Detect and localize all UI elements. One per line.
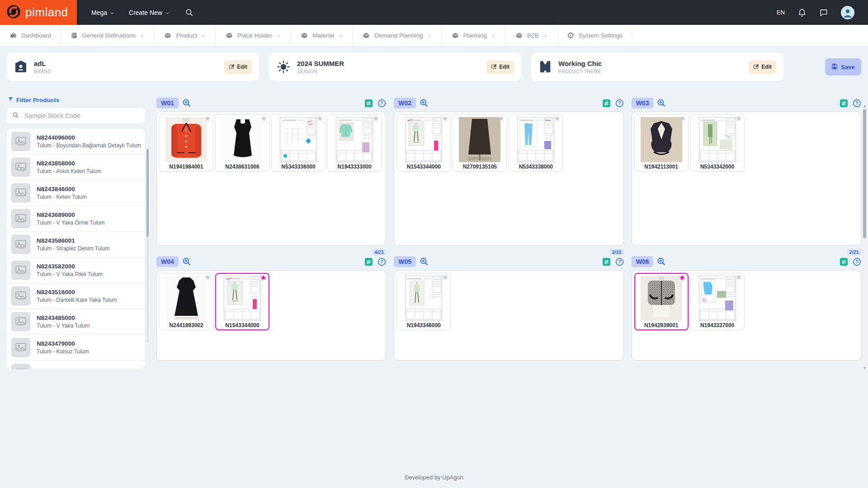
star-icon[interactable]: ★ — [204, 114, 211, 123]
product-card-N1941984001[interactable]: ★ N1941984001 — [159, 114, 213, 172]
stock-code-search-input[interactable] — [24, 112, 139, 119]
menubar-item-label: General Definations — [82, 32, 136, 39]
zoom-in-icon[interactable] — [420, 99, 429, 108]
product-image-black-long-dress — [161, 276, 211, 321]
product-list-item-N8243479000[interactable]: N8243479000 Tulum - Kolsuz Tulum — [7, 335, 145, 361]
product-list-item-N8243582000[interactable]: N8243582000 Tulum - V Yaka Pileli Tulum — [7, 258, 145, 283]
product-list-item-N8243485000[interactable]: N8243485000 Tulum - V Yaka Tulum — [7, 309, 145, 335]
product-card-N1942939001[interactable]: ★ N1942939001 — [634, 273, 689, 330]
star-icon[interactable]: ★ — [442, 273, 448, 282]
chat-icon[interactable] — [819, 8, 828, 17]
week-badge-w05[interactable]: W05 — [394, 256, 416, 267]
transfer-icon[interactable] — [840, 258, 848, 266]
product-card-N5343342000[interactable]: ★ N5343342000 — [690, 114, 745, 172]
transfer-icon[interactable] — [602, 258, 611, 266]
sidebar-scrollbar[interactable] — [146, 149, 149, 343]
week-block-w03: W03 ? ★ N1942113001 ★ N5343342000 2/21 — [632, 97, 861, 256]
zoom-in-icon[interactable] — [182, 257, 191, 266]
transfer-icon[interactable] — [364, 258, 373, 266]
product-list-item-N8243516000[interactable]: N8243516000 Tulum - Dantelli Kare Yaka T… — [7, 283, 145, 309]
product-card-N1943337000[interactable]: ★ N1943337000 — [690, 273, 745, 330]
week-badge-w01[interactable]: W01 — [156, 98, 179, 108]
scroll-up-arrow[interactable]: ▲ — [863, 103, 866, 108]
scrollbar-thumb[interactable] — [863, 109, 866, 238]
transfer-icon[interactable] — [840, 99, 848, 108]
product-list-item-N8244096000[interactable]: N8244096000 Tulum - Boyundan Bağlamalı D… — [7, 129, 145, 155]
week-panel-w06: ★ N1942939001 ★ N1943337000 — [632, 270, 861, 361]
product-list-item-N8243689000[interactable]: N8243689000 Tulum - V Yaka Örme Tulum — [7, 206, 145, 232]
app-logo[interactable]: pimland — [0, 0, 77, 25]
menubar-item-system-settings[interactable]: ⚙ System Settings — [557, 25, 633, 46]
bell-icon[interactable] — [797, 8, 807, 17]
star-icon[interactable]: ★ — [735, 114, 742, 123]
star-icon[interactable]: ★ — [735, 273, 742, 282]
menubar-item-planning[interactable]: Planning — [442, 25, 506, 46]
language-selector[interactable]: EN — [777, 9, 785, 16]
transfer-icon[interactable] — [602, 99, 611, 108]
topbar-menu-mega[interactable]: Mega — [91, 9, 114, 16]
week-block-w04: W04 ? ★ N2441893002 ★ N1543344000 — [156, 256, 386, 371]
week-badge-w02[interactable]: W02 — [394, 98, 416, 108]
product-code: N8243846000 — [37, 186, 87, 192]
season-edit-button[interactable]: Edit — [486, 60, 514, 74]
star-icon[interactable]: ★ — [554, 114, 561, 123]
product-card-N2441893002[interactable]: ★ N2441893002 — [159, 273, 213, 330]
help-icon[interactable]: ? — [377, 258, 386, 266]
product-list-item-N8243858000[interactable]: N8243858000 Tulum - Askılı Keten Tulum — [7, 155, 145, 180]
week-badge-w04[interactable]: W04 — [156, 256, 179, 267]
search-icon[interactable] — [185, 8, 193, 17]
star-icon[interactable]: ★ — [442, 114, 448, 123]
star-icon[interactable]: ★ — [498, 114, 505, 123]
zoom-in-icon[interactable] — [182, 99, 191, 108]
help-icon[interactable]: ? — [853, 258, 861, 266]
product-card-N2438631006[interactable]: ★ N2438631006 — [215, 114, 269, 172]
zoom-in-icon[interactable] — [657, 99, 666, 108]
menubar-item-general-definations[interactable]: General Definations — [61, 25, 154, 46]
topbar-menu-create-new[interactable]: Create New — [129, 9, 170, 16]
transfer-icon[interactable] — [364, 99, 373, 108]
product-list-item-N8243478000[interactable]: N8243478000 — [7, 361, 145, 369]
zoom-in-icon[interactable] — [657, 257, 666, 266]
product-card-N5343336000[interactable]: ★ N5343336000 — [271, 114, 326, 172]
menubar-item-product[interactable]: Product — [154, 25, 216, 46]
week-badge-w06[interactable]: W06 — [632, 256, 654, 267]
zoom-in-icon[interactable] — [420, 257, 429, 266]
product-card-N1543344000[interactable]: ★ N1543344000 — [215, 273, 269, 330]
product-list-item-N8243586001[interactable]: N8243586001 Tulum - Straplez Denim Tulum — [7, 232, 145, 258]
main-scrollbar[interactable]: ▲ ▼ — [862, 103, 867, 371]
product-card-N1943333000[interactable]: ★ N1943333000 — [327, 114, 382, 172]
star-icon[interactable]: ★ — [373, 114, 379, 123]
product-card-N5343338000[interactable]: ★ N5343338000 — [509, 114, 563, 172]
product-card-N2709135105[interactable]: ★ N2709135105 — [453, 114, 507, 172]
star-icon[interactable]: ★ — [204, 273, 211, 282]
menubar-item-demand-planning[interactable]: Demand Planning — [353, 25, 441, 46]
star-icon[interactable]: ★ — [260, 273, 267, 282]
product-card-N1943346000[interactable]: ★ N1943346000 — [396, 273, 451, 330]
menubar-item-place-holder[interactable]: Place Holder — [216, 25, 291, 46]
help-icon[interactable]: ? — [853, 99, 861, 108]
menubar-item-dashboard[interactable]: Dashboard — [0, 25, 61, 46]
week-badge-w03[interactable]: W03 — [632, 98, 654, 108]
brand-edit-button[interactable]: Edit — [224, 60, 252, 74]
product-theme-edit-button[interactable]: Edit — [749, 60, 776, 74]
help-icon[interactable]: ? — [615, 258, 624, 266]
help-icon[interactable]: ? — [615, 99, 624, 108]
star-icon[interactable]: ★ — [260, 114, 267, 123]
product-list-item-N8243846000[interactable]: N8243846000 Tulum - Keten Tulum — [7, 180, 145, 206]
avatar[interactable] — [841, 6, 854, 19]
product-code: N8243516000 — [37, 289, 117, 296]
product-code: N1543344000 — [217, 322, 267, 328]
page: adL BRAND Edit 2024 SUMMER SEASON Edit — [0, 47, 868, 488]
save-button[interactable]: Save — [825, 58, 861, 75]
help-icon[interactable]: ? — [377, 99, 386, 108]
star-icon[interactable]: ★ — [316, 114, 323, 123]
week-header-w02: W02 ? — [394, 97, 623, 109]
product-card-N1942113001[interactable]: ★ N1942113001 — [634, 114, 689, 172]
star-icon[interactable]: ★ — [679, 273, 685, 282]
star-icon[interactable]: ★ — [679, 114, 686, 123]
edit-label: Edit — [237, 64, 247, 70]
menubar-item-material[interactable]: Material — [291, 25, 353, 46]
menubar-item-b2b[interactable]: B2B — [505, 25, 557, 46]
scroll-down-arrow[interactable]: ▼ — [863, 365, 866, 371]
product-card-N1543344000[interactable]: ★ N1543344000 — [396, 114, 451, 172]
